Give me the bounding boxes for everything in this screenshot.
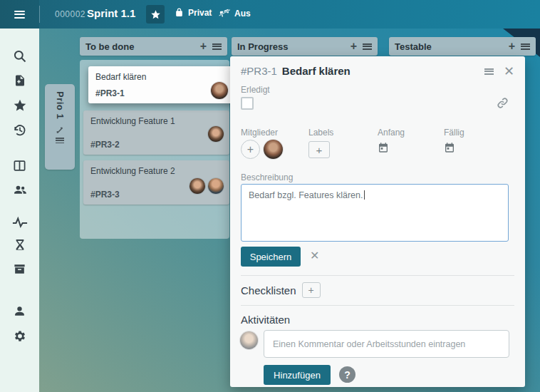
start-date-label: Anfang [378, 128, 405, 138]
add-document-icon[interactable] [11, 72, 28, 88]
divider [241, 305, 514, 306]
avatar[interactable] [208, 126, 224, 142]
add-checklist-button[interactable]: + [302, 282, 321, 298]
activity-icon[interactable] [11, 214, 28, 230]
avatar[interactable] [189, 178, 205, 194]
main-menu-button[interactable] [0, 0, 39, 29]
add-card-icon[interactable]: + [200, 41, 207, 52]
privacy-label: Privat [188, 8, 212, 18]
card-id: #PR3-2 [90, 140, 120, 150]
topbar-divider [39, 6, 40, 23]
card[interactable]: Entwicklung Feature 1 #PR3-2 [83, 110, 229, 155]
list-title: Testable [395, 41, 509, 52]
add-label-button[interactable]: + [308, 141, 330, 158]
app-window: 000002 Sprint 1.1 Privat Aus [0, 0, 540, 392]
left-sidebar [0, 29, 39, 392]
top-bar: 000002 Sprint 1.1 Privat Aus [0, 0, 540, 29]
menu-icon [14, 11, 25, 19]
archive-icon[interactable] [11, 261, 28, 277]
add-card-icon[interactable]: + [351, 41, 357, 52]
link-icon[interactable] [496, 96, 509, 113]
card-detail-title[interactable]: Bedarf klären [282, 65, 351, 77]
card[interactable]: Entwicklung Feature 2 #PR3-3 [83, 160, 229, 205]
card-menu-icon[interactable] [484, 68, 494, 75]
help-icon[interactable]: ? [339, 366, 355, 383]
list-menu-icon[interactable] [212, 43, 222, 50]
cancel-icon[interactable]: ✕ [310, 250, 319, 262]
settings-icon[interactable] [11, 328, 28, 344]
card-detail-id: #PR3-1 [241, 65, 277, 77]
add-member-button[interactable]: + [241, 140, 260, 159]
description-label: Beschreibung [241, 172, 293, 182]
card-selected[interactable]: Bedarf klären #PR3-1 [88, 66, 236, 103]
add-comment-button[interactable]: Hinzufügen [264, 365, 331, 385]
hourglass-icon[interactable] [11, 237, 28, 253]
text-caret [364, 190, 365, 200]
list-header-in-progress[interactable]: In Progress + [232, 37, 378, 56]
description-textarea[interactable]: Bedarf bzgl. Features klären. [241, 184, 509, 242]
notifications-off-icon [218, 7, 230, 19]
calendar-icon[interactable] [444, 142, 455, 156]
due-date-label: Fällig [444, 128, 464, 138]
comment-input[interactable] [264, 330, 509, 358]
user-icon[interactable] [11, 303, 28, 319]
done-checkbox[interactable] [241, 97, 254, 110]
board-canvas: To be done + In Progress + Testable + Pr… [39, 29, 540, 392]
card-id: #PR3-3 [90, 190, 120, 200]
description-value: Bedarf bzgl. Features klären. [249, 190, 363, 200]
swimlane-handle[interactable]: Prio 1 [45, 84, 75, 170]
privacy-button[interactable]: Privat [175, 7, 212, 18]
activities-heading: Aktivitäten [241, 314, 290, 326]
board-title[interactable]: Sprint 1.1 [87, 7, 135, 19]
board-icon[interactable] [11, 158, 28, 174]
star-board-button[interactable] [146, 5, 165, 24]
card-title: Entwicklung Feature 1 [90, 116, 222, 126]
avatar[interactable] [208, 178, 224, 194]
swimlane-title: Prio 1 [55, 91, 66, 119]
swimlane-menu-icon[interactable] [56, 138, 64, 143]
calendar-icon[interactable] [378, 142, 389, 156]
notifications-toggle[interactable]: Aus [218, 7, 251, 19]
card-detail-modal: #PR3-1 Bedarf klären ✕ Erledigt Mitglied… [230, 56, 525, 387]
card-detail-header: #PR3-1 Bedarf klären [241, 65, 514, 77]
list-title: To be done [85, 41, 200, 52]
members-label: Mitglieder [241, 128, 278, 138]
divider [241, 275, 514, 276]
history-icon[interactable] [11, 122, 28, 138]
notifications-label: Aus [234, 9, 251, 19]
avatar[interactable] [211, 82, 228, 99]
labels-label: Labels [308, 128, 333, 138]
list-menu-icon[interactable] [521, 43, 530, 50]
card-title: Entwicklung Feature 2 [90, 166, 222, 176]
star-icon [150, 9, 161, 20]
members-icon[interactable] [11, 181, 28, 197]
board-number: 000002 [55, 9, 85, 19]
save-button[interactable]: Speichern [241, 247, 301, 267]
list-title: In Progress [237, 41, 351, 52]
star-icon[interactable] [11, 97, 28, 113]
add-card-icon[interactable]: + [509, 41, 515, 52]
current-user-avatar [240, 331, 258, 349]
search-icon[interactable] [11, 48, 28, 64]
lock-icon [175, 7, 184, 18]
card-title: Bedarf klären [95, 72, 229, 82]
list-header-to-be-done[interactable]: To be done + [80, 37, 227, 56]
list-menu-icon[interactable] [363, 43, 372, 50]
close-icon[interactable]: ✕ [504, 65, 514, 78]
swimlane-resize-icon[interactable] [56, 126, 64, 135]
card-id: #PR3-1 [95, 88, 125, 98]
done-label: Erledigt [241, 85, 270, 95]
checklists-heading: Checklisten [241, 284, 296, 296]
member-avatar[interactable] [264, 140, 283, 159]
list-header-testable[interactable]: Testable + [389, 37, 536, 56]
